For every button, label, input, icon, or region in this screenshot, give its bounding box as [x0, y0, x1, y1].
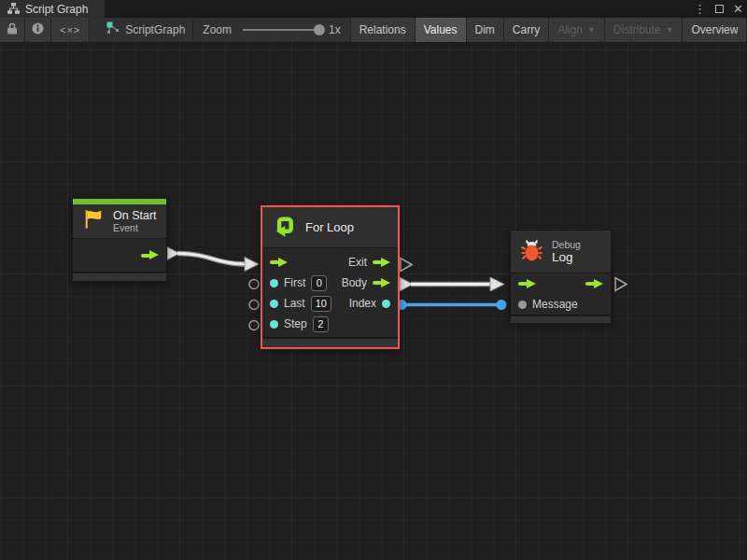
for-loop-node[interactable]: For Loop Exit First 0 Body Last 10 Index [261, 205, 400, 349]
node-surtitle: Debug [552, 239, 581, 250]
code-view-button[interactable]: <×> [51, 18, 90, 42]
node-title: On Start [113, 209, 157, 222]
node-footer [73, 272, 166, 281]
info-icon [32, 22, 44, 37]
node-footer [511, 315, 611, 323]
last-value-field[interactable]: 10 [311, 296, 331, 312]
zoom-slider[interactable] [243, 29, 323, 31]
script-graph-icon [106, 21, 120, 38]
tab-script-graph[interactable]: Script Graph [0, 0, 105, 18]
values-button[interactable]: Values [416, 18, 467, 42]
exit-output-port[interactable] [373, 258, 390, 268]
debug-log-node[interactable]: Debug Log Message [510, 230, 612, 324]
flag-icon [82, 208, 105, 234]
close-icon[interactable]: ✕ [733, 0, 743, 18]
zoom-value: 1x [329, 23, 341, 36]
step-input-port[interactable] [270, 320, 278, 329]
message-input-port[interactable] [518, 301, 527, 309]
window-menu-icon[interactable]: ⋮ [694, 0, 706, 18]
graph-name-label: ScriptGraph [125, 23, 185, 36]
relations-button[interactable]: Relations [351, 18, 416, 42]
zoom-slider-handle[interactable] [314, 24, 325, 35]
port-label-exit: Exit [348, 256, 367, 269]
align-button[interactable]: Align ▼ [549, 18, 605, 42]
port-label-step: Step [284, 317, 307, 330]
graph-toolbar: <×> ScriptGraph Zoom 1x Relations Values… [0, 18, 747, 43]
exit-output-port[interactable] [585, 279, 603, 289]
port-label-message: Message [532, 298, 578, 311]
window-titlebar: Script Graph ⋮ ✕ [0, 0, 747, 18]
port-label-body: Body [342, 276, 367, 289]
info-button[interactable] [25, 18, 51, 42]
enter-input-port[interactable] [270, 258, 288, 268]
on-start-node[interactable]: On Start Event [72, 198, 167, 282]
last-input-port[interactable] [270, 300, 278, 308]
body-output-port[interactable] [373, 278, 390, 288]
maximize-icon[interactable] [715, 5, 724, 13]
tab-title: Script Graph [25, 3, 88, 16]
node-footer [262, 337, 398, 347]
first-input-port[interactable] [270, 279, 278, 287]
loop-icon [272, 213, 297, 242]
node-subtitle: Event [113, 222, 157, 233]
chevron-down-icon: ▼ [587, 25, 596, 35]
node-title: Log [552, 250, 581, 265]
code-icon: <×> [60, 24, 80, 35]
carry-button[interactable]: Carry [504, 18, 549, 42]
trigger-output-port[interactable] [141, 250, 159, 260]
dim-button[interactable]: Dim [467, 18, 504, 42]
first-value-field[interactable]: 0 [311, 275, 327, 291]
zoom-label: Zoom [203, 23, 232, 36]
enter-input-port[interactable] [518, 279, 536, 289]
graph-reference-button[interactable]: ScriptGraph [99, 18, 193, 42]
overview-button[interactable]: Overview [683, 18, 747, 42]
lock-icon [7, 22, 18, 37]
distribute-button[interactable]: Distribute ▼ [605, 18, 684, 42]
node-title: For Loop [305, 220, 354, 234]
step-value-field[interactable]: 2 [313, 316, 329, 332]
chevron-down-icon: ▼ [666, 25, 674, 35]
port-label-last: Last [284, 297, 305, 310]
index-output-port[interactable] [382, 300, 390, 308]
toolbar-spacer [90, 18, 99, 42]
graph-hierarchy-icon [7, 1, 20, 18]
port-label-first: First [284, 276, 305, 289]
bug-icon [520, 239, 543, 265]
port-label-index: Index [349, 297, 376, 310]
lock-button[interactable] [0, 18, 25, 42]
